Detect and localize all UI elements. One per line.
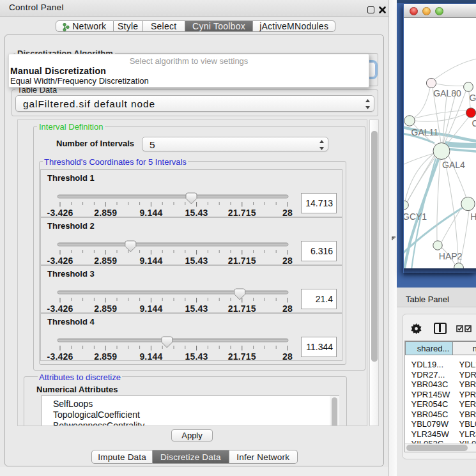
svg-text:2.859: 2.859	[94, 208, 117, 218]
svg-text:GA: GA	[470, 93, 476, 103]
svg-text:15.43: 15.43	[185, 303, 208, 314]
svg-text:9.144: 9.144	[139, 303, 162, 314]
svg-text:21.715: 21.715	[228, 208, 256, 218]
svg-text:GAL4: GAL4	[442, 160, 465, 170]
svg-text:HI: HI	[470, 211, 476, 222]
svg-text:GAL11: GAL11	[411, 127, 439, 137]
svg-text:2.859: 2.859	[94, 303, 117, 314]
svg-text:28: 28	[282, 256, 293, 266]
svg-text:2.859: 2.859	[94, 351, 117, 362]
svg-text:15.43: 15.43	[185, 256, 208, 266]
svg-text:28: 28	[282, 351, 293, 362]
svg-text:28: 28	[282, 303, 293, 314]
svg-text:28: 28	[282, 208, 293, 218]
svg-text:CD: CD	[472, 118, 476, 128]
svg-text:HAP2: HAP2	[439, 251, 463, 261]
svg-text:GAL80: GAL80	[433, 88, 461, 98]
svg-text:21.715: 21.715	[228, 256, 256, 266]
svg-text:21.715: 21.715	[228, 351, 256, 362]
svg-text:9.144: 9.144	[139, 351, 162, 362]
svg-text:GCY1: GCY1	[404, 211, 427, 222]
svg-text:15.43: 15.43	[185, 208, 208, 218]
svg-text:-3.426: -3.426	[47, 351, 73, 362]
svg-text:-3.426: -3.426	[47, 256, 73, 266]
svg-text:21.715: 21.715	[228, 303, 256, 314]
svg-text:9.144: 9.144	[139, 208, 162, 218]
svg-text:-3.426: -3.426	[47, 303, 73, 314]
svg-text:2.859: 2.859	[94, 256, 117, 266]
svg-text:9.144: 9.144	[139, 256, 162, 266]
svg-text:-3.426: -3.426	[47, 208, 73, 218]
svg-text:15.43: 15.43	[185, 351, 208, 362]
